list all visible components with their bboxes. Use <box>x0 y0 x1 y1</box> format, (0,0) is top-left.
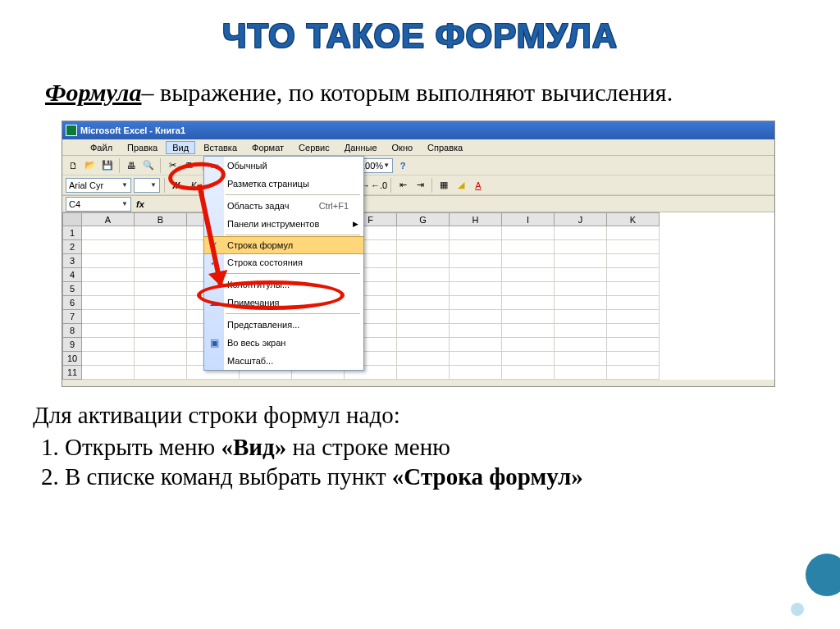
view-menu-item-taskpane[interactable]: Область задачCtrl+F1 <box>204 197 363 215</box>
font-name-value: Arial Cyr <box>69 180 103 190</box>
formula-bar-row: C4 ▼ fx <box>62 196 774 212</box>
menu-file[interactable]: Файл <box>84 141 119 154</box>
chevron-down-icon: ▼ <box>383 162 390 169</box>
view-menu-item-views[interactable]: Представления... <box>204 316 363 334</box>
indent-inc-icon[interactable]: ⇥ <box>413 178 427 193</box>
font-color-icon[interactable]: A <box>471 178 486 193</box>
view-menu-item-zoom[interactable]: Масштаб... <box>204 352 363 370</box>
name-box[interactable]: C4 ▼ <box>66 197 131 212</box>
menu-tools[interactable]: Сервис <box>292 141 336 154</box>
chevron-down-icon: ▼ <box>121 181 128 189</box>
row-header[interactable]: 3 <box>62 254 82 268</box>
col-header[interactable]: B <box>135 212 187 226</box>
menu-window[interactable]: Окно <box>386 141 420 154</box>
intro-rest: – выражение, по которым выполняют вычисл… <box>141 79 673 106</box>
instructions-lead: Для активации строки формул надо: <box>33 402 807 429</box>
row-header[interactable]: 5 <box>62 282 82 296</box>
slide-title: ЧТО ТАКОЕ ФОРМУЛА <box>0 16 840 56</box>
menu-data[interactable]: Данные <box>338 141 384 154</box>
row-header[interactable]: 1 <box>62 226 82 240</box>
titlebar-text: Microsoft Excel - Книга1 <box>80 125 185 135</box>
view-menu-item-pagelayout[interactable]: Разметка страницы <box>204 175 363 193</box>
col-header[interactable]: A <box>82 212 135 226</box>
new-icon[interactable]: 🗋 <box>66 158 80 173</box>
row-header[interactable]: 4 <box>62 268 82 282</box>
decor-circle-icon <box>806 554 840 596</box>
row-header[interactable]: 7 <box>62 310 82 324</box>
save-icon[interactable]: 💾 <box>100 158 115 173</box>
preview-icon[interactable]: 🔍 <box>141 158 156 173</box>
intro-term: Формула <box>45 79 141 106</box>
row-header[interactable]: 8 <box>62 324 82 338</box>
indent-dec-icon[interactable]: ⇤ <box>395 178 410 193</box>
view-menu-item-fullscreen[interactable]: ▣Во весь экран <box>204 334 363 352</box>
print-icon[interactable]: 🖶 <box>124 158 139 173</box>
fill-color-icon[interactable]: ◢ <box>454 178 468 193</box>
menu-format[interactable]: Формат <box>245 141 290 154</box>
name-box-value: C4 <box>69 199 80 209</box>
row-header[interactable]: 11 <box>62 366 82 380</box>
view-menu-dropdown: ▭Обычный Разметка страницы Область задач… <box>203 156 364 371</box>
fx-icon[interactable]: fx <box>136 199 144 209</box>
annotation-circle-item <box>197 280 345 310</box>
submenu-arrow-icon: ▶ <box>353 220 358 228</box>
col-header[interactable]: J <box>555 212 607 226</box>
row-header[interactable]: 10 <box>62 352 82 366</box>
col-header[interactable]: K <box>607 212 660 226</box>
instruction-step-2: 2. В списке команд выбрать пункт «Строка… <box>41 463 807 490</box>
menu-bar: Файл Правка Вид Вставка Формат Сервис Да… <box>62 139 774 156</box>
row-header[interactable]: 9 <box>62 338 82 352</box>
view-menu-item-normal[interactable]: ▭Обычный <box>204 157 363 175</box>
menu-insert[interactable]: Вставка <box>197 141 244 154</box>
open-icon[interactable]: 📂 <box>83 158 98 173</box>
fullscreen-icon: ▣ <box>208 336 221 349</box>
font-size-box[interactable]: ▼ <box>134 178 160 193</box>
col-header[interactable]: G <box>397 212 450 226</box>
menu-edit[interactable]: Правка <box>121 141 164 154</box>
view-menu-item-status-bar[interactable]: ✓Строка состояния <box>204 253 363 271</box>
help-icon[interactable]: ? <box>395 158 410 173</box>
chevron-down-icon: ▼ <box>121 200 128 207</box>
row-header[interactable]: 2 <box>62 240 82 254</box>
col-header[interactable]: I <box>502 212 555 226</box>
view-menu-item-toolbars[interactable]: Панели инструментов▶ <box>204 215 363 233</box>
decor-circle-small-icon <box>791 603 804 616</box>
excel-icon <box>66 125 77 136</box>
borders-icon[interactable]: ▦ <box>436 178 451 193</box>
row-header[interactable]: 6 <box>62 296 82 310</box>
chevron-down-icon: ▼ <box>150 181 157 189</box>
menu-view[interactable]: Вид <box>166 141 195 154</box>
grid-area: A B C D E F G H I J K 1 2 3 4 5 6 7 8 <box>62 212 774 380</box>
view-menu-item-formula-bar[interactable]: ✓Строка формул <box>203 236 364 254</box>
font-name-box[interactable]: Arial Cyr ▼ <box>66 178 131 193</box>
select-all-corner[interactable] <box>62 212 82 226</box>
dec-decimal-icon[interactable]: ←.0 <box>372 178 386 193</box>
column-headers: A B C D E F G H I J K <box>62 212 774 226</box>
col-header[interactable]: H <box>450 212 502 226</box>
intro-text: Формула– выражение, по которым выполняют… <box>0 76 840 108</box>
titlebar: Microsoft Excel - Книга1 <box>62 121 774 139</box>
menu-help[interactable]: Справка <box>421 141 469 154</box>
grid-rows: 1 2 3 4 5 6 7 8 9 10 11 <box>62 226 774 380</box>
excel-screenshot: Microsoft Excel - Книга1 Файл Правка Вид… <box>62 121 775 387</box>
instruction-step-1: 1. Открыть меню «Вид» на строке меню <box>41 434 807 461</box>
instructions-block: Для активации строки формул надо: 1. Отк… <box>0 402 840 490</box>
